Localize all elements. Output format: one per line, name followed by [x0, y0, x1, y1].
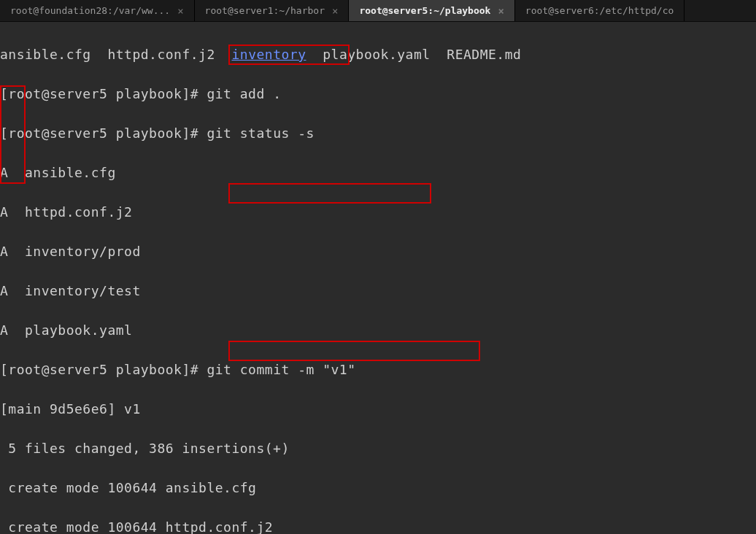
- close-icon[interactable]: ×: [332, 5, 338, 17]
- commit-output: [main 9d5e6e6] v1: [0, 399, 756, 419]
- status-line: A httpd.conf.j2: [0, 202, 756, 222]
- ls-output: ansible.cfg httpd.conf.j2 inventory play…: [0, 44, 756, 64]
- tab-label: root@server6:/etc/httpd/co: [525, 5, 674, 16]
- tab-server5[interactable]: root@server5:~/playbook ×: [349, 0, 514, 21]
- commit-output: create mode 100644 httpd.conf.j2: [0, 517, 756, 534]
- status-line: A ansible.cfg: [0, 163, 756, 182]
- status-line: A inventory/prod: [0, 241, 756, 261]
- tab-foundation28[interactable]: root@foundation28:/var/ww... ×: [0, 0, 195, 21]
- tab-server1[interactable]: root@server1:~/harbor ×: [195, 0, 350, 21]
- terminal-output[interactable]: ansible.cfg httpd.conf.j2 inventory play…: [0, 22, 756, 534]
- highlight-git-push: [228, 341, 480, 361]
- tab-label: root@foundation28:/var/ww...: [10, 5, 170, 16]
- status-line: A inventory/test: [0, 281, 756, 301]
- tab-label: root@server1:~/harbor: [205, 5, 325, 16]
- cmd-git-status: [root@server5 playbook]# git status -s: [0, 123, 756, 143]
- tab-server6[interactable]: root@server6:/etc/httpd/co: [515, 0, 685, 21]
- cmd-git-add: [root@server5 playbook]# git add .: [0, 84, 756, 104]
- close-icon[interactable]: ×: [498, 5, 504, 17]
- close-icon[interactable]: ×: [177, 5, 183, 17]
- highlight-git-commit: [228, 183, 431, 204]
- commit-output: 5 files changed, 386 insertions(+): [0, 438, 756, 458]
- tab-bar: root@foundation28:/var/ww... × root@serv…: [0, 0, 756, 22]
- status-line: A playbook.yaml: [0, 320, 756, 340]
- directory-link: inventory: [231, 47, 306, 62]
- commit-output: create mode 100644 ansible.cfg: [0, 478, 756, 498]
- cmd-git-commit: [root@server5 playbook]# git commit -m "…: [0, 360, 756, 379]
- tab-label: root@server5:~/playbook: [359, 5, 490, 16]
